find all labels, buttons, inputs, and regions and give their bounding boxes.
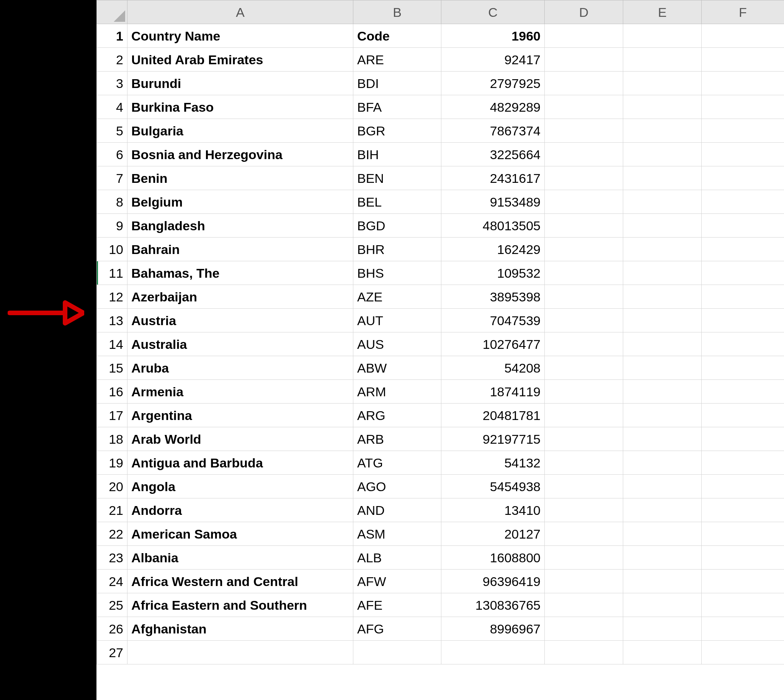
cell[interactable]: Armenia — [127, 380, 353, 403]
cell[interactable] — [702, 641, 784, 665]
row-header[interactable]: 15 — [97, 356, 127, 380]
table-row[interactable]: 10BahrainBHR162429 — [97, 238, 784, 261]
cell[interactable] — [702, 238, 784, 261]
cell[interactable]: Australia — [127, 332, 353, 356]
cell[interactable] — [623, 475, 702, 498]
row-header[interactable]: 23 — [97, 546, 127, 570]
row-header[interactable]: 8 — [97, 190, 127, 214]
cell[interactable] — [702, 380, 784, 403]
cell[interactable] — [702, 72, 784, 95]
cell[interactable] — [545, 95, 623, 119]
cell[interactable]: Azerbaijan — [127, 285, 353, 309]
cell[interactable] — [545, 522, 623, 546]
cell[interactable]: ARE — [353, 48, 441, 72]
cell[interactable]: 4829289 — [441, 95, 545, 119]
row-header[interactable]: 20 — [97, 475, 127, 498]
cell[interactable]: AND — [353, 498, 441, 522]
column-header-row[interactable]: A B C D E F — [97, 0, 784, 24]
cell[interactable] — [623, 380, 702, 403]
table-row[interactable]: 4Burkina FasoBFA4829289 — [97, 95, 784, 119]
cell[interactable]: Country Name — [127, 24, 353, 48]
cell[interactable] — [623, 261, 702, 285]
cell[interactable]: ARB — [353, 427, 441, 451]
cell[interactable]: Bosnia and Herzegovina — [127, 143, 353, 167]
cell[interactable]: 2797925 — [441, 72, 545, 95]
cell[interactable]: 1960 — [441, 24, 545, 48]
row-header[interactable]: 5 — [97, 119, 127, 143]
row-header[interactable]: 9 — [97, 214, 127, 238]
cell[interactable]: Antigua and Barbuda — [127, 451, 353, 475]
cell[interactable]: AFG — [353, 617, 441, 641]
cell[interactable]: BGD — [353, 214, 441, 238]
cell[interactable]: BGR — [353, 119, 441, 143]
spreadsheet-grid[interactable]: A B C D E F 1Country NameCode19602United… — [97, 0, 784, 665]
cell[interactable] — [702, 451, 784, 475]
cell[interactable] — [623, 238, 702, 261]
cell[interactable]: ARG — [353, 403, 441, 427]
cell[interactable] — [623, 570, 702, 593]
table-row[interactable]: 23AlbaniaALB1608800 — [97, 546, 784, 570]
cell[interactable]: BFA — [353, 95, 441, 119]
cell[interactable]: AFW — [353, 570, 441, 593]
cell[interactable]: 13410 — [441, 498, 545, 522]
cell[interactable] — [623, 332, 702, 356]
cell[interactable] — [702, 522, 784, 546]
cell[interactable]: 54208 — [441, 356, 545, 380]
cell[interactable] — [702, 332, 784, 356]
row-header[interactable]: 17 — [97, 403, 127, 427]
row-header[interactable]: 18 — [97, 427, 127, 451]
cell[interactable] — [623, 617, 702, 641]
cell[interactable] — [623, 190, 702, 214]
cell[interactable] — [623, 641, 702, 665]
cell[interactable] — [623, 522, 702, 546]
cell[interactable] — [545, 143, 623, 167]
cell[interactable] — [702, 498, 784, 522]
cell[interactable] — [702, 190, 784, 214]
select-all-corner[interactable] — [97, 0, 127, 24]
column-header-A[interactable]: A — [127, 0, 353, 24]
column-header-C[interactable]: C — [441, 0, 545, 24]
cell[interactable]: Benin — [127, 167, 353, 190]
cell[interactable]: 9153489 — [441, 190, 545, 214]
cell[interactable]: Belgium — [127, 190, 353, 214]
row-header[interactable]: 12 — [97, 285, 127, 309]
cell[interactable] — [127, 641, 353, 665]
cell[interactable]: BEN — [353, 167, 441, 190]
table-row[interactable]: 14AustraliaAUS10276477 — [97, 332, 784, 356]
cell[interactable]: Argentina — [127, 403, 353, 427]
row-header[interactable]: 11 — [97, 261, 127, 285]
cell[interactable]: 48013505 — [441, 214, 545, 238]
row-header[interactable]: 6 — [97, 143, 127, 167]
cell[interactable] — [545, 332, 623, 356]
cell[interactable]: Burkina Faso — [127, 95, 353, 119]
row-header[interactable]: 10 — [97, 238, 127, 261]
cell[interactable]: Bulgaria — [127, 119, 353, 143]
table-row[interactable]: 9BangladeshBGD48013505 — [97, 214, 784, 238]
cell[interactable] — [623, 593, 702, 617]
cell[interactable]: 3225664 — [441, 143, 545, 167]
column-header-B[interactable]: B — [353, 0, 441, 24]
cell[interactable]: Bahamas, The — [127, 261, 353, 285]
cell[interactable] — [545, 570, 623, 593]
cell[interactable]: Aruba — [127, 356, 353, 380]
table-row[interactable]: 26AfghanistanAFG8996967 — [97, 617, 784, 641]
row-header[interactable]: 27 — [97, 641, 127, 665]
table-row[interactable]: 22American SamoaASM20127 — [97, 522, 784, 546]
cell[interactable]: 96396419 — [441, 570, 545, 593]
row-header[interactable]: 26 — [97, 617, 127, 641]
row-header[interactable]: 1 — [97, 24, 127, 48]
cell[interactable]: 8996967 — [441, 617, 545, 641]
cell[interactable] — [702, 95, 784, 119]
cell[interactable]: BHS — [353, 261, 441, 285]
cell[interactable]: 1608800 — [441, 546, 545, 570]
row-header[interactable]: 2 — [97, 48, 127, 72]
cell[interactable] — [353, 641, 441, 665]
cell[interactable] — [702, 214, 784, 238]
cell[interactable]: 162429 — [441, 238, 545, 261]
cell[interactable] — [545, 403, 623, 427]
cell[interactable] — [623, 427, 702, 451]
cell[interactable] — [623, 72, 702, 95]
row-header[interactable]: 16 — [97, 380, 127, 403]
cell[interactable] — [623, 546, 702, 570]
cell[interactable]: Austria — [127, 309, 353, 332]
